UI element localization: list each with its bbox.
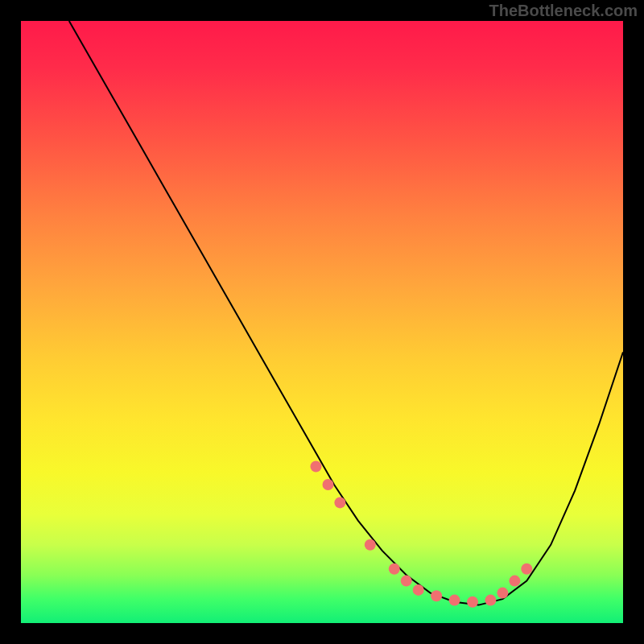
watermark-text: TheBottleneck.com [489,2,638,20]
data-marker [413,584,424,596]
data-marker [389,564,400,575]
data-markers [311,461,533,608]
data-marker [323,479,334,490]
bottleneck-curve [69,21,623,605]
data-marker [467,597,478,608]
data-marker [485,595,496,606]
data-marker [449,595,460,606]
data-marker [521,564,532,575]
data-marker [334,497,345,508]
data-marker [311,461,322,473]
data-marker [401,576,412,587]
chart-plot-area [21,21,623,623]
chart-svg [21,21,623,623]
data-marker [365,539,376,551]
data-marker [497,588,508,599]
data-marker [431,590,442,601]
data-marker [509,576,520,587]
